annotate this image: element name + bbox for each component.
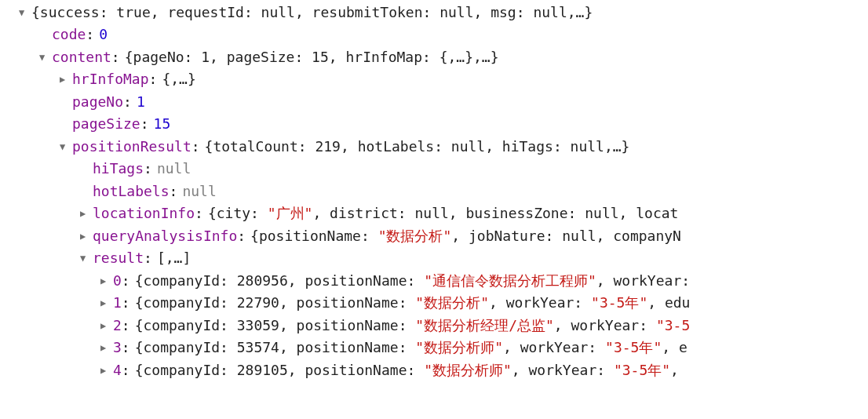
expand-toggle-icon[interactable] (60, 72, 71, 87)
expand-toggle-icon[interactable] (80, 229, 91, 244)
json-property-queryanalysisinfo[interactable]: queryAnalysisInfo: {positionName: "数据分析"… (0, 225, 868, 248)
property-value-summary: {positionName: "数据分析", jobNature: null, … (250, 225, 681, 248)
expand-toggle-icon[interactable] (39, 50, 50, 65)
property-key: pageNo (72, 91, 123, 114)
property-key: result (93, 247, 144, 270)
array-item-summary: {companyId: 33059, positionName: "数据分析经理… (135, 315, 691, 337)
expand-toggle-icon[interactable] (19, 5, 30, 20)
property-key: hrInfoMap (72, 68, 149, 91)
array-index: 0 (113, 270, 122, 293)
array-item-summary: {companyId: 22790, positionName: "数据分析",… (135, 292, 691, 315)
array-index: 1 (113, 292, 122, 315)
property-value: 15 (154, 113, 171, 136)
property-value-summary: [,…] (157, 247, 191, 270)
property-key: positionResult (72, 136, 191, 158)
property-key: pageSize (72, 113, 140, 136)
property-key: hotLabels (93, 180, 170, 203)
json-array-item-3[interactable]: 3: {companyId: 53574, positionName: "数据分… (0, 337, 868, 360)
json-root-line[interactable]: {success: true, requestId: null, resubmi… (0, 2, 868, 24)
property-value-summary: {,…} (162, 68, 195, 91)
property-value-summary: {pageNo: 1, pageSize: 15, hrInfoMap: {,…… (125, 46, 499, 69)
array-item-summary: {companyId: 53574, positionName: "数据分析师"… (135, 337, 687, 359)
expand-toggle-icon[interactable] (80, 206, 91, 221)
property-key: code (52, 24, 86, 46)
expand-toggle-icon[interactable] (60, 140, 71, 155)
array-index: 4 (113, 359, 122, 382)
json-array-item-1[interactable]: 1: {companyId: 22790, positionName: "数据分… (0, 293, 868, 315)
property-value: null (182, 180, 216, 203)
property-value: null (157, 158, 191, 180)
expand-toggle-icon[interactable] (100, 296, 111, 311)
property-key: hiTags (93, 158, 144, 180)
json-property-pageno[interactable]: pageNo: 1 (0, 91, 868, 114)
expand-toggle-icon[interactable] (100, 341, 111, 355)
json-property-pagesize[interactable]: pageSize: 15 (0, 114, 868, 137)
json-property-locationinfo[interactable]: locationInfo: {city: "广州", district: nul… (0, 203, 868, 226)
array-item-summary: {companyId: 289105, positionName: "数据分析师… (135, 359, 679, 382)
root-summary: {success: true, requestId: null, resubmi… (31, 2, 593, 24)
array-index: 3 (113, 337, 122, 359)
expand-toggle-icon[interactable] (100, 319, 111, 333)
json-property-hotlabels[interactable]: hotLabels: null (0, 180, 868, 203)
json-property-content[interactable]: content: {pageNo: 1, pageSize: 15, hrInf… (0, 46, 868, 69)
array-index: 2 (113, 315, 122, 337)
json-property-positionresult[interactable]: positionResult: {totalCount: 219, hotLab… (0, 136, 868, 158)
expand-toggle-icon[interactable] (80, 251, 91, 266)
json-array-item-4[interactable]: 4: {companyId: 289105, positionName: "数据… (0, 359, 868, 382)
property-value-summary: {city: "广州", district: null, businessZon… (208, 202, 679, 225)
array-item-summary: {companyId: 280956, positionName: "通信信令数… (135, 270, 690, 293)
expand-toggle-icon[interactable] (100, 363, 111, 378)
property-value-summary: {totalCount: 219, hotLabels: null, hiTag… (205, 136, 630, 158)
json-property-hitags[interactable]: hiTags: null (0, 158, 868, 181)
json-array-item-2[interactable]: 2: {companyId: 33059, positionName: "数据分… (0, 315, 868, 337)
json-property-result[interactable]: result: [,…] (0, 248, 868, 271)
expand-toggle-icon[interactable] (100, 274, 111, 289)
property-value: 1 (137, 91, 145, 114)
property-key: queryAnalysisInfo (93, 225, 237, 248)
json-property-code[interactable]: code: 0 (0, 24, 868, 47)
property-key: locationInfo (93, 202, 195, 225)
property-key: content (52, 46, 111, 69)
json-array-item-0[interactable]: 0: {companyId: 280956, positionName: "通信… (0, 270, 868, 293)
property-value: 0 (99, 24, 108, 46)
json-property-hrinfomap[interactable]: hrInfoMap: {,…} (0, 69, 868, 92)
